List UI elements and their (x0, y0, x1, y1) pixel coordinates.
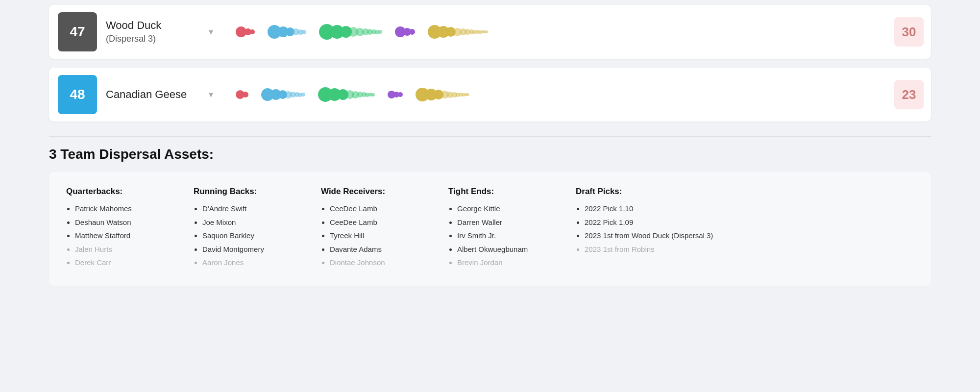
bubble-group-2 (320, 87, 375, 102)
bubble-group-4 (417, 88, 469, 101)
team-name: Canadian Geese (106, 88, 204, 101)
list-item: Davante Adams (330, 244, 419, 255)
dispersal-section: 3 Team Dispersal Assets: Quarterbacks:Pa… (49, 136, 931, 286)
score-badge: 23 (894, 80, 924, 109)
list-item: Jalen Hurts (75, 244, 164, 255)
list-item: George Kittle (457, 203, 546, 215)
position-title: Running Backs: (194, 187, 292, 196)
bubble (378, 30, 382, 34)
list-item: 2023 1st from Wood Duck (Dispersal 3) (585, 230, 713, 242)
list-item: Diontae Johnson (330, 257, 419, 269)
list-item: D'Andre Swift (202, 203, 292, 215)
position-title: Tight Ends: (448, 187, 546, 196)
list-item: Matthew Stafford (75, 230, 164, 242)
player-list: D'Andre SwiftJoe MixonSaquon BarkleyDavi… (194, 203, 292, 269)
list-item: Deshaun Watson (75, 217, 164, 228)
bubble (409, 29, 415, 35)
bubble-group-1 (270, 25, 306, 39)
team-row-0: 47Wood Duck(Dispersal 3)▾30 (49, 5, 931, 59)
page-container: 47Wood Duck(Dispersal 3)▾3048Canadian Ge… (0, 0, 980, 392)
chevron-down-icon[interactable]: ▾ (209, 89, 213, 100)
bubble (466, 93, 469, 96)
team-number: 48 (58, 75, 97, 114)
list-item: Tyreek Hill (330, 230, 419, 242)
bubble-group-3 (390, 91, 403, 98)
position-title: Draft Picks: (576, 187, 713, 196)
bubble-area (228, 24, 887, 40)
bubble (243, 92, 248, 98)
dispersal-card: Quarterbacks:Patrick MahomesDeshaun Wats… (49, 172, 931, 286)
list-item: Brevin Jordan (457, 257, 546, 269)
list-item: Aaron Jones (202, 257, 292, 269)
bubble (371, 93, 375, 97)
chevron-down-icon[interactable]: ▾ (209, 26, 213, 37)
bubble (250, 29, 255, 34)
list-item: 2023 1st from Robins (585, 244, 713, 255)
position-column-3: Tight Ends:George KittleDarren WallerIrv… (448, 187, 546, 271)
bubble-group-2 (321, 24, 382, 40)
player-list: 2022 Pick 1.102022 Pick 1.092023 1st fro… (576, 203, 713, 255)
list-item: Irv Smith Jr. (457, 230, 546, 242)
bubble (485, 30, 488, 33)
list-item: 2022 Pick 1.10 (585, 203, 713, 215)
list-item: Albert Okwuegbunam (457, 244, 546, 255)
list-item: Patrick Mahomes (75, 203, 164, 215)
team-rows-section: 47Wood Duck(Dispersal 3)▾3048Canadian Ge… (49, 0, 931, 122)
list-item: CeeDee Lamb (330, 217, 419, 228)
position-column-0: Quarterbacks:Patrick MahomesDeshaun Wats… (66, 187, 164, 271)
team-row-1: 48Canadian Geese▾23 (49, 68, 931, 122)
player-list: CeeDee LambCeeDee LambTyreek HillDavante… (321, 203, 419, 269)
player-list: George KittleDarren WallerIrv Smith Jr.A… (448, 203, 546, 269)
bubble (302, 30, 306, 34)
dispersal-title: 3 Team Dispersal Assets: (49, 147, 931, 162)
bubble-group-0 (238, 90, 248, 99)
bubble (301, 93, 305, 97)
list-item: Saquon Barkley (202, 230, 292, 242)
list-item: Darren Waller (457, 217, 546, 228)
team-name: Wood Duck(Dispersal 3) (106, 19, 204, 45)
position-title: Quarterbacks: (66, 187, 164, 196)
score-badge: 30 (894, 17, 924, 47)
bubble-group-0 (238, 26, 255, 37)
position-column-1: Running Backs:D'Andre SwiftJoe MixonSaqu… (194, 187, 292, 271)
position-column-4: Draft Picks:2022 Pick 1.102022 Pick 1.09… (576, 187, 713, 271)
list-item: Derek Carr (75, 257, 164, 269)
team-number: 47 (58, 12, 97, 51)
bubble-group-4 (430, 25, 488, 39)
list-item: CeeDee Lamb (330, 203, 419, 215)
bubble-group-1 (263, 88, 305, 101)
bubble (398, 92, 403, 97)
list-item: Joe Mixon (202, 217, 292, 228)
bubble-area (228, 87, 887, 102)
list-item: David Montgomery (202, 244, 292, 255)
player-list: Patrick MahomesDeshaun WatsonMatthew Sta… (66, 203, 164, 269)
list-item: 2022 Pick 1.09 (585, 217, 713, 228)
position-title: Wide Receivers: (321, 187, 419, 196)
position-column-2: Wide Receivers:CeeDee LambCeeDee LambTyr… (321, 187, 419, 271)
bubble-group-3 (397, 26, 415, 37)
